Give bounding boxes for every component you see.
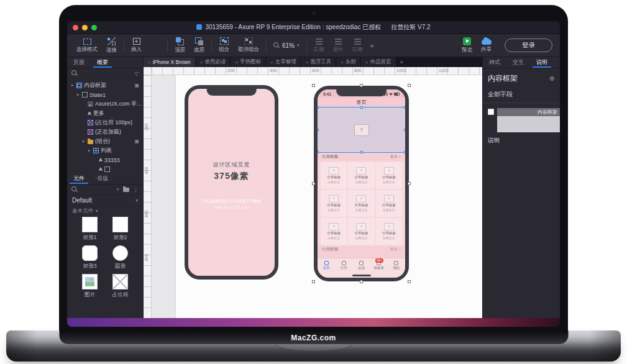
category-card[interactable]: 分类标题分类正文 bbox=[348, 190, 374, 217]
align-center-tool[interactable]: 居中 bbox=[329, 34, 348, 57]
tab-profile[interactable]: 我的 bbox=[388, 261, 405, 270]
caret-down-icon[interactable]: ▾ bbox=[70, 83, 75, 88]
zoom-control[interactable]: 61% ▾ bbox=[269, 34, 304, 57]
toolbar-overflow-button[interactable]: » bbox=[367, 42, 377, 49]
filter-icon[interactable]: ▽ bbox=[135, 71, 139, 76]
select-mode-tool[interactable]: 选择模式 bbox=[72, 34, 102, 57]
tree-item-state1[interactable]: ▾ State1 bbox=[67, 90, 143, 99]
category-card[interactable]: 分类标题分类正文 bbox=[376, 162, 402, 189]
preview-button[interactable]: 预览 bbox=[457, 34, 477, 57]
selection-handle[interactable] bbox=[312, 280, 315, 283]
tab-masters[interactable]: 母版 bbox=[91, 173, 114, 184]
tree-item-text[interactable] bbox=[67, 165, 143, 173]
page-tab[interactable]: × 文章整理 bbox=[266, 57, 301, 67]
send-to-back-tool[interactable]: 底层 bbox=[190, 34, 209, 57]
minimize-window-button[interactable] bbox=[82, 25, 88, 30]
section-header[interactable]: 分类标题 更多 > bbox=[318, 152, 405, 161]
close-tab-icon[interactable]: × bbox=[306, 60, 309, 65]
tree-item-more[interactable]: 更多 bbox=[67, 109, 143, 118]
tree-item-content-frame[interactable]: ▾ 内容框架 ▣ bbox=[67, 81, 143, 90]
selection-handle[interactable] bbox=[404, 151, 405, 153]
group-tool[interactable]: 组合 bbox=[214, 34, 234, 57]
phone-mockup-guide[interactable]: 设计区域宽度 375像素 手机端原型设计区域宽度375像素 www.AxureU… bbox=[185, 85, 278, 280]
selection-handle[interactable] bbox=[318, 106, 319, 109]
page-tab[interactable]: × 使用必读 bbox=[196, 57, 231, 67]
category-card[interactable]: 分类标题分类正文 bbox=[348, 162, 374, 189]
tab-home[interactable]: 首页 bbox=[318, 261, 335, 270]
category-card[interactable]: 分类标题分类正文 bbox=[376, 218, 402, 245]
caret-down-icon[interactable]: ▾ bbox=[86, 148, 91, 153]
connect-tool[interactable]: 连接 bbox=[102, 34, 121, 57]
ungroup-tool[interactable]: 取消组合 bbox=[234, 34, 263, 57]
widget-rectangle2[interactable]: 矩形2 bbox=[105, 217, 135, 245]
close-tab-icon[interactable]: × bbox=[235, 60, 238, 65]
page-tab[interactable]: × 作品首页 bbox=[361, 57, 396, 67]
selection-handle[interactable] bbox=[408, 182, 411, 185]
bring-to-front-tool[interactable]: 顶层 bbox=[170, 34, 190, 57]
folder-icon[interactable] bbox=[123, 188, 129, 192]
tab-category[interactable]: 分类 bbox=[335, 261, 352, 270]
selection-handle[interactable] bbox=[360, 106, 363, 109]
selection-handle[interactable] bbox=[312, 182, 315, 185]
selection-handle[interactable] bbox=[360, 84, 363, 87]
tab-discover[interactable]: 发现 bbox=[352, 261, 370, 270]
category-card[interactable]: 分类标题分类正文 bbox=[321, 162, 347, 189]
close-tab-icon[interactable]: × bbox=[270, 60, 273, 65]
tab-pages[interactable]: 页面 bbox=[67, 57, 91, 68]
tree-item-loading[interactable]: (正在加载) bbox=[67, 127, 143, 137]
selection-handle[interactable] bbox=[318, 129, 319, 131]
selection-handle[interactable] bbox=[404, 129, 405, 131]
note-editor-body[interactable] bbox=[497, 116, 560, 132]
gear-icon[interactable]: ⚙ bbox=[549, 75, 555, 82]
selection-handle[interactable] bbox=[318, 151, 319, 153]
more-options-icon[interactable]: ⋮ bbox=[133, 186, 139, 193]
pen-tool[interactable] bbox=[146, 34, 165, 57]
page-tab[interactable]: × 悬浮工具 bbox=[301, 57, 337, 67]
selected-content-frame[interactable] bbox=[318, 107, 405, 152]
close-tab-icon[interactable]: × bbox=[341, 60, 344, 65]
align-left-tool[interactable]: 左侧 bbox=[309, 34, 329, 57]
selection-handle[interactable] bbox=[360, 280, 363, 283]
tab-interaction[interactable]: 交互 bbox=[506, 57, 530, 68]
tree-item-image[interactable]: AxureUX.com 手机移动 bbox=[67, 99, 143, 109]
tree-item-list[interactable]: ▾ 列表 bbox=[67, 146, 143, 155]
category-card[interactable]: 分类标题分类正文 bbox=[321, 190, 347, 217]
close-tab-icon[interactable]: × bbox=[148, 60, 151, 65]
library-search[interactable]: + ⋮ bbox=[67, 184, 143, 195]
caret-down-icon[interactable]: ▾ bbox=[75, 93, 80, 98]
selection-handle[interactable] bbox=[408, 84, 411, 87]
caret-down-icon[interactable]: ▾ bbox=[81, 139, 86, 144]
close-tab-icon[interactable]: × bbox=[365, 60, 368, 65]
widget-ellipse[interactable]: 圆形 bbox=[105, 245, 135, 274]
tree-item-placeholder[interactable]: (占位符 100px) bbox=[67, 118, 143, 127]
page-tab[interactable]: × 手势图标 bbox=[231, 57, 266, 67]
add-library-icon[interactable]: + bbox=[116, 186, 119, 193]
category-card[interactable]: 分类标题分类正文 bbox=[376, 190, 402, 217]
widget-rectangle1[interactable]: 矩形1 bbox=[75, 217, 105, 245]
login-button[interactable]: 登录 bbox=[505, 39, 552, 52]
selection-handle[interactable] bbox=[360, 151, 363, 153]
library-dropdown[interactable]: Default ▾ bbox=[67, 195, 143, 206]
tab-widgets[interactable]: 元件 bbox=[67, 173, 91, 184]
more-link[interactable]: 更多 > bbox=[390, 154, 401, 160]
tab-style[interactable]: 样式 bbox=[483, 57, 506, 68]
selection-handle[interactable] bbox=[404, 106, 405, 109]
note-editor[interactable]: 内容框架 bbox=[497, 108, 560, 132]
widget-placeholder[interactable]: 占位符 bbox=[105, 274, 135, 303]
tab-notes[interactable]: 说明 bbox=[530, 57, 554, 68]
selection-handle[interactable] bbox=[408, 280, 411, 283]
insert-tool[interactable]: 插入 bbox=[127, 34, 146, 57]
tab-cart[interactable]: 购物车99+ bbox=[370, 261, 388, 270]
library-section-header[interactable]: 基本元件 ▾ bbox=[67, 206, 143, 216]
phone-mockup-wireframe[interactable]: 9:41 首页 bbox=[314, 86, 409, 281]
widget-rectangle3[interactable]: 矩形3 bbox=[75, 245, 105, 274]
tree-item-group[interactable]: ▾ (组合) ▣ bbox=[67, 137, 143, 146]
tree-item-text-33333[interactable]: 33333 bbox=[67, 155, 143, 165]
share-button[interactable]: 共享 bbox=[477, 34, 496, 57]
category-card[interactable]: 分类标题分类正文 bbox=[348, 218, 374, 245]
canvas[interactable]: 200 400 600 800 1000 1200 200 400 600 bbox=[144, 67, 482, 318]
outline-search[interactable]: ▽ bbox=[67, 68, 143, 79]
align-right-tool[interactable]: 右侧 bbox=[348, 34, 367, 57]
tab-outline[interactable]: 概要 bbox=[91, 57, 114, 68]
widget-image[interactable]: 图片 bbox=[75, 274, 105, 303]
